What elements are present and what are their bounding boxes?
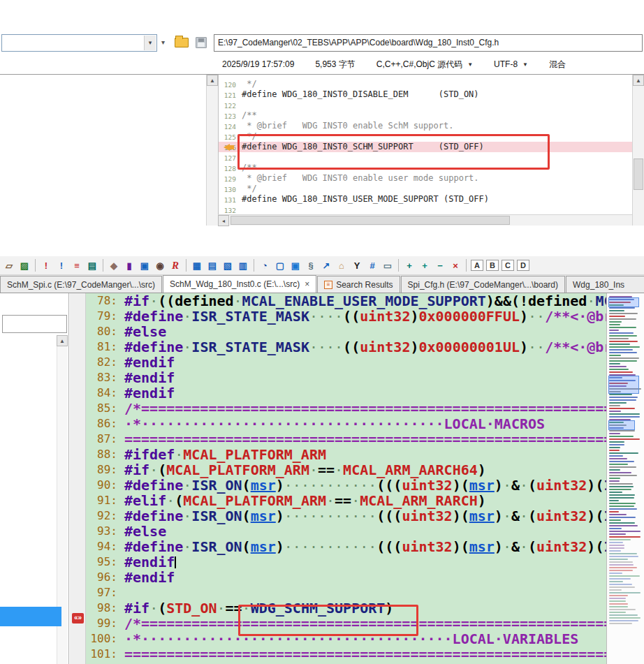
marker-margin[interactable]: «» xyxy=(70,293,86,664)
history-icon[interactable]: ◔ xyxy=(258,259,272,272)
bookmark-list-icon[interactable]: ≡ xyxy=(70,259,84,272)
line-number: 92: xyxy=(86,508,120,524)
code-line-90[interactable]: 90:#define·ISR_ON(msr)···········(((uint… xyxy=(86,478,606,493)
code-line-132[interactable]: 132 xyxy=(219,205,632,214)
home-icon[interactable]: ⌂ xyxy=(335,259,349,272)
code-line-85[interactable]: 85:/*===================================… xyxy=(86,401,606,416)
tab-label: Wdg_180_Ins xyxy=(573,280,624,290)
file-path-field[interactable]: E:\97_CodeManger\02_TEBS\APP\APP\Code\bo… xyxy=(214,34,643,52)
code-line-80[interactable]: 80:#else xyxy=(86,324,606,339)
search-results-icon: ≡ xyxy=(324,281,332,289)
code-line-87[interactable]: 87:=====================================… xyxy=(86,431,606,447)
checklist-icon[interactable]: ▤ xyxy=(85,259,99,272)
cascade-windows-icon[interactable]: ▧ xyxy=(221,259,235,272)
add-special-icon[interactable]: + xyxy=(418,259,432,272)
scroll-left-icon[interactable]: ◂ xyxy=(218,215,229,226)
tab-schm-spi[interactable]: SchM_Spi.c (E:\97_CodeManger\...\src) xyxy=(0,276,162,293)
code-line-83[interactable]: 83:#endif xyxy=(86,370,606,385)
encoding-select[interactable]: UTF-8 ▼ xyxy=(494,59,528,69)
code-line-79[interactable]: 79:#define·ISR_STATE_MASK····((uint32)0x… xyxy=(86,309,606,324)
code-line-82[interactable]: 82:#endif xyxy=(86,355,606,370)
scroll-up-icon[interactable]: ▲ xyxy=(57,335,68,346)
code-line-92[interactable]: 92:#define·ISR_ON(msr)···········(((uint… xyxy=(86,508,606,524)
code-line-91[interactable]: 91:#elif·(MCAL_PLATFORM_ARM·==·MCAL_ARM_… xyxy=(86,493,606,508)
code-line-122[interactable]: 122 xyxy=(219,100,632,110)
save-icon[interactable] xyxy=(196,37,207,48)
code-line-86[interactable]: 86:·*···································… xyxy=(86,416,606,431)
toolbar-chevron-icon[interactable]: ▾ xyxy=(161,38,165,46)
code-line-123[interactable]: 123/** xyxy=(219,110,632,121)
mail-icon[interactable]: ▨ xyxy=(17,259,31,272)
code-line-95[interactable]: 95:#endif xyxy=(86,554,606,570)
lookup-icon[interactable]: ◉ xyxy=(153,259,167,272)
code-segment: ·· xyxy=(528,339,545,355)
code-line-94[interactable]: 94:#define·ISR_ON(msr)···········(((uint… xyxy=(86,539,606,554)
scroll-up-icon[interactable]: ▲ xyxy=(207,75,218,86)
code-line-93[interactable]: 93:#else xyxy=(86,524,606,539)
scroll-up-icon[interactable]: ▲ xyxy=(633,75,644,86)
code-line-84[interactable]: 84:#endif xyxy=(86,385,606,401)
remove-item-icon[interactable]: − xyxy=(433,259,447,272)
code-line-131[interactable]: 131#define WDG_180_INST0_USER_MODE_SUPPO… xyxy=(219,194,632,205)
doc-edit-icon[interactable]: ▱ xyxy=(2,259,16,272)
left-pane-scrollbar[interactable]: ▲ xyxy=(206,75,218,226)
code-line-124[interactable]: 124 * @brief WDG INST0 enable SchM suppo… xyxy=(219,121,632,131)
folder-open-icon[interactable] xyxy=(175,38,189,47)
code-segment: MCAL_ARM_RARCH xyxy=(360,492,478,509)
bookmark-icon[interactable]: ! xyxy=(54,259,68,272)
symbol-panel-selection[interactable] xyxy=(0,607,61,626)
jump-to-icon[interactable]: ↗ xyxy=(319,259,333,272)
split-window-icon[interactable]: ▥ xyxy=(236,259,250,272)
syntax-select[interactable]: C,C++,C#,ObjC 源代码 ▼ xyxy=(376,59,473,71)
doc-window-icon[interactable]: ▭ xyxy=(381,259,395,272)
symbol-grid-icon[interactable]: # xyxy=(365,259,379,272)
tile-horizontal-icon[interactable]: ▦ xyxy=(190,259,204,272)
code-line-130[interactable]: 130 */ xyxy=(219,184,632,194)
code-line-121[interactable]: 121#define WDG_180_INST0_DISABLE_DEM (ST… xyxy=(219,89,632,100)
new-window-icon[interactable]: ▣ xyxy=(288,259,302,272)
browse-icon[interactable]: Y xyxy=(350,259,364,272)
code-segment: msr xyxy=(251,538,276,555)
top-left-pane[interactable] xyxy=(0,75,206,226)
code-line-96[interactable]: 96:#endif xyxy=(86,570,606,585)
symbol-db-icon[interactable]: ◆ xyxy=(107,259,121,272)
tab-search-results[interactable]: ≡Search Results xyxy=(317,276,400,293)
code-line-101[interactable]: 101:====================================… xyxy=(86,647,606,662)
add-item-icon[interactable]: + xyxy=(402,259,416,272)
code-line-81[interactable]: 81:#define·ISR_STATE_MASK····((uint32)0x… xyxy=(86,339,606,355)
preview-hscrollbar[interactable]: ◂ xyxy=(218,214,632,226)
style-c-icon[interactable]: C xyxy=(502,260,514,271)
code-line-97[interactable]: 97: xyxy=(86,585,606,600)
book-icon[interactable]: ▮ xyxy=(122,259,136,272)
preview-vscrollbar[interactable]: ▲ xyxy=(632,75,644,226)
code-line-120[interactable]: 120 */ xyxy=(219,79,632,89)
hscrollbar-thumb[interactable] xyxy=(230,216,510,225)
tile-vertical-icon[interactable]: ▤ xyxy=(205,259,219,272)
vscrollbar-thumb[interactable] xyxy=(634,158,643,190)
chevron-down-icon[interactable]: ▾ xyxy=(144,36,156,50)
change-marker-icon[interactable]: «» xyxy=(72,613,84,624)
window-select-icon[interactable]: ▢ xyxy=(273,259,287,272)
style-b-icon[interactable]: B xyxy=(486,260,499,271)
style-d-icon[interactable]: D xyxy=(517,260,529,271)
code-line-78[interactable]: 78:#if·((defined·MCAL_ENABLE_USER_MODE_S… xyxy=(86,293,606,309)
open-book-icon[interactable]: ▣ xyxy=(138,259,152,272)
code-segment: ) xyxy=(276,538,284,555)
tab-wdg-180-ins[interactable]: Wdg_180_Ins xyxy=(566,276,644,293)
references-icon[interactable]: R xyxy=(168,259,182,272)
symbol-filter-input[interactable] xyxy=(2,315,67,333)
file-combo-box[interactable]: ▾ xyxy=(1,34,157,52)
delete-icon[interactable]: × xyxy=(448,259,462,272)
line-number: 131 xyxy=(219,194,236,205)
code-line-129[interactable]: 129 * @brief WDG INST0 enable user mode … xyxy=(219,173,632,184)
code-line-88[interactable]: 88:#ifdef·MCAL_PLATFORM_ARM xyxy=(86,447,606,462)
tab-close-button[interactable]: × xyxy=(305,279,309,289)
breakpoint-icon[interactable]: ! xyxy=(39,259,53,272)
tab-schm-wdg-180-inst0[interactable]: SchM_Wdg_180_Inst0.c (E:\...\src)× xyxy=(163,275,316,293)
code-text: #else xyxy=(124,524,166,539)
goto-line-icon[interactable]: § xyxy=(304,259,318,272)
code-minimap[interactable] xyxy=(606,293,644,664)
style-a-icon[interactable]: A xyxy=(471,260,483,271)
code-line-89[interactable]: 89:#if·(MCAL_PLATFORM_ARM·==·MCAL_ARM_AA… xyxy=(86,462,606,478)
tab-spi-cfg[interactable]: Spi_Cfg.h (E:\97_CodeManger\...\board) xyxy=(401,276,565,293)
